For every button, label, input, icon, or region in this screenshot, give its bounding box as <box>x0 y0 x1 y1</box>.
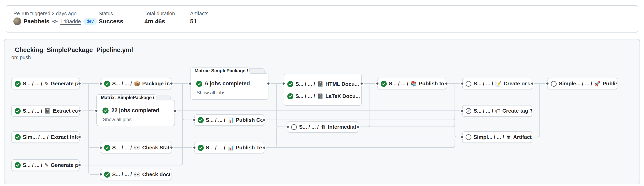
job-node-check-documentation[interactable]: S... / ... / 👀 Check docume... 11s <box>101 169 172 180</box>
pending-icon <box>466 134 472 140</box>
job-node-create-or-update-release[interactable]: S... / ... / 📝 Create or Update R... <box>462 78 532 89</box>
show-all-jobs-link[interactable]: Show all jobs <box>103 117 132 122</box>
job-label: Publish Code C... <box>236 117 264 123</box>
job-node-generate-pipeline-1[interactable]: S... / ... / ✎ Generate pipelin... 3s <box>11 78 80 89</box>
job-node-create-tag[interactable]: S... / ... / 🏷 Create tag '${{ in... 0s <box>462 105 532 117</box>
notebook-icon: 📓 <box>317 93 324 99</box>
job-prefix: S... / ... / <box>112 171 132 178</box>
matrix-summary-text: 22 jobs completed <box>112 107 159 114</box>
job-label: Extract Information <box>50 134 80 140</box>
trash-icon: 🗑 <box>321 124 326 130</box>
notebook-icon: 📓 <box>44 108 51 114</box>
success-icon <box>198 145 204 151</box>
pen-icon: ✎ <box>44 81 49 87</box>
job-prefix: S... / ... / <box>206 117 226 123</box>
success-icon <box>104 171 110 178</box>
workflow-trigger: on: push <box>11 55 31 60</box>
job-prefix: S... / ... / <box>23 108 42 114</box>
job-node-check-static-types[interactable]: S... / ... / 👀 Check Static Ty... 14s <box>101 142 172 153</box>
tag-icon: 🏷 <box>495 108 500 114</box>
job-node-latex-documentation[interactable]: S... / ... / 📓 LaTeX Docu... 1m 18s <box>284 90 361 102</box>
job-prefix: S... / ... / <box>474 108 493 114</box>
job-node-package-source[interactable]: S... / ... / 📦 Package in Sou... 18s <box>101 78 172 89</box>
bar-chart-icon: 📊 <box>228 145 234 151</box>
notebook-icon: 📓 <box>317 81 324 87</box>
job-label: Generate pipelin... <box>51 81 80 87</box>
job-label: LaTeX Docu... <box>326 93 360 99</box>
job-label: Create or Update R... <box>504 81 532 87</box>
status-label: Status <box>98 11 113 17</box>
job-node-extract-configuration[interactable]: S... / ... / 📓 Extract configur... 6s <box>11 105 80 117</box>
job-label: Check docume... <box>142 171 172 178</box>
job-prefix: Sim... / ... / <box>23 134 48 140</box>
job-label: Extract configur... <box>53 108 80 114</box>
success-icon <box>287 81 294 87</box>
books-icon: 📚 <box>410 81 417 87</box>
success-icon <box>14 81 21 87</box>
job-label: Package in Sou... <box>142 81 172 87</box>
memo-icon: 📝 <box>495 81 502 87</box>
job-node-publish-to-pypi[interactable]: Simple... / ... / 🚀 Publish to PyPI <box>548 78 618 89</box>
job-node-publish-test-results[interactable]: S... / ... / 📊 Publish Test Re... 14s <box>194 142 264 153</box>
bar-chart-icon: 📊 <box>228 117 234 123</box>
job-node-publish-gh-pages[interactable]: S... / ... / 📚 Publish to GH-P... 7s <box>378 78 446 89</box>
job-prefix: S... / ... / <box>23 81 42 87</box>
duration-value[interactable]: 4m 46s <box>144 18 165 25</box>
job-node-extract-information[interactable]: Sim... / ... / Extract Information 4s <box>11 131 80 143</box>
job-label: Publish Test Re... <box>236 144 264 151</box>
eyes-icon: 👀 <box>134 171 140 177</box>
success-icon <box>381 81 387 87</box>
show-all-jobs-link[interactable]: Show all jobs <box>196 90 225 96</box>
job-prefix: S... / ... / <box>296 81 315 87</box>
job-label: Intermediate Artifa... <box>328 124 358 130</box>
job-prefix: Simpl... / ... / <box>474 134 504 140</box>
git-commit-icon <box>52 18 58 24</box>
workflow-title: _Checking_SimplePackage_Pipeline.yml <box>11 46 133 54</box>
eyes-icon: 👀 <box>134 145 140 151</box>
job-label: Generate pipelin... <box>51 162 80 168</box>
success-icon <box>14 108 21 114</box>
run-summary-card: Re-run triggered 2 days ago Paebbels 148… <box>6 5 638 33</box>
matrix-stack-ghost <box>249 68 264 74</box>
job-prefix: S... / ... / <box>206 144 226 151</box>
trash-icon: 🗑 <box>506 134 511 140</box>
artifacts-label: Artifacts <box>190 11 208 17</box>
skipped-icon <box>466 108 472 114</box>
job-node-publish-code-coverage[interactable]: S... / ... / 📊 Publish Code C... 22s <box>194 114 264 126</box>
branch-badge[interactable]: dev <box>84 18 97 25</box>
rocket-icon: 🚀 <box>594 81 600 87</box>
job-label: Artifact Cleanup <box>513 134 532 140</box>
job-node-generate-pipeline-2[interactable]: S... / ... / ✎ Generate pipelin... 4s <box>11 159 80 171</box>
job-prefix: S... / ... / <box>23 162 42 168</box>
success-icon <box>104 145 110 151</box>
matrix-group-install: 6 jobs completed Show all jobs <box>190 73 268 100</box>
job-label: Publish to GH-P... <box>419 81 446 87</box>
job-prefix: S... / ... / <box>474 81 493 87</box>
rerun-label: Re-run triggered 2 days ago <box>14 11 76 17</box>
job-label: Check Static Ty... <box>142 144 172 151</box>
package-icon: 📦 <box>134 81 140 87</box>
pen-icon: ✎ <box>44 162 49 168</box>
actor-name[interactable]: Paebbels <box>24 18 49 25</box>
job-prefix: Simple... / ... / <box>559 81 592 87</box>
artifacts-count[interactable]: 51 <box>190 18 197 25</box>
job-node-artifact-cleanup[interactable]: Simpl... / ... / 🗑 Artifact Cleanup <box>462 131 532 143</box>
job-label: Create tag '${{ in... <box>502 108 532 114</box>
job-prefix: S... / ... / <box>389 81 408 87</box>
job-node-intermediate-artifacts[interactable]: S... / ... / 🗑 Intermediate Artifa... <box>288 121 358 133</box>
duration-label: Total duration <box>144 11 175 17</box>
pending-icon <box>551 81 557 87</box>
matrix-tab-unittest[interactable]: Matrix: SimplePackage / UnitTest... <box>96 94 156 100</box>
pending-icon <box>466 81 472 87</box>
matrix-tab-install[interactable]: Matrix: SimplePackage / Install / ... <box>190 68 250 74</box>
matrix-group-unittest: 22 jobs completed Show all jobs <box>96 100 175 126</box>
job-prefix: S... / ... / <box>112 144 132 151</box>
status-value: Success <box>98 18 123 25</box>
actions-run-page: Re-run triggered 2 days ago Paebbels 148… <box>0 0 644 186</box>
commit-link[interactable]: 148adde <box>60 18 81 25</box>
pending-icon <box>291 124 297 130</box>
avatar[interactable] <box>14 18 21 25</box>
job-node-html-documentation[interactable]: S... / ... / 📓 HTML Docu... 1m 46s <box>284 78 361 90</box>
job-prefix: S... / ... / <box>296 93 315 99</box>
success-icon <box>198 117 204 123</box>
